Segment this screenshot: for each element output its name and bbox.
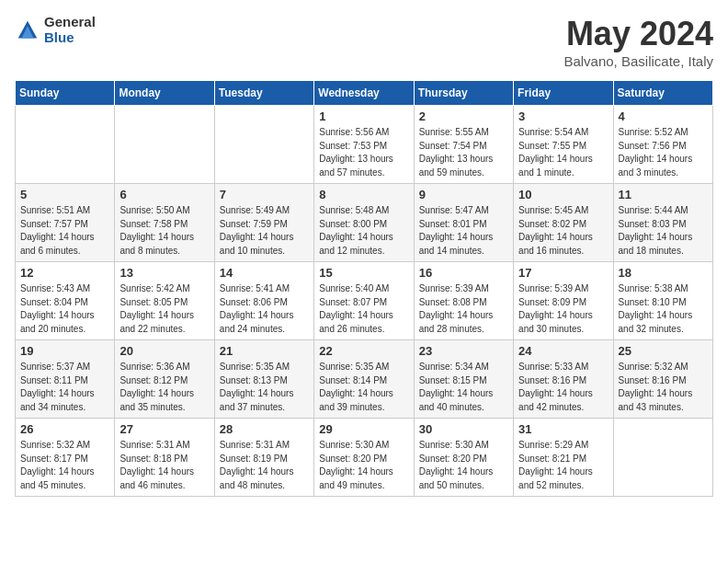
calendar-cell: 24Sunrise: 5:33 AMSunset: 8:16 PMDayligh…: [514, 340, 613, 419]
day-info: Sunrise: 5:45 AMSunset: 8:02 PMDaylight:…: [518, 204, 608, 258]
calendar-cell: 18Sunrise: 5:38 AMSunset: 8:10 PMDayligh…: [613, 262, 712, 340]
day-info: Sunrise: 5:48 AMSunset: 8:00 PMDaylight:…: [319, 204, 408, 258]
calendar-cell: 25Sunrise: 5:32 AMSunset: 8:16 PMDayligh…: [613, 340, 712, 419]
day-number: 14: [220, 266, 309, 280]
day-info: Sunrise: 5:43 AMSunset: 8:04 PMDaylight:…: [20, 282, 109, 336]
day-number: 9: [419, 188, 508, 201]
calendar-cell: 1Sunrise: 5:56 AMSunset: 7:53 PMDaylight…: [314, 106, 414, 184]
calendar-week-5: 26Sunrise: 5:32 AMSunset: 8:17 PMDayligh…: [16, 419, 713, 497]
calendar-cell: 22Sunrise: 5:35 AMSunset: 8:14 PMDayligh…: [314, 340, 414, 419]
calendar-week-4: 19Sunrise: 5:37 AMSunset: 8:11 PMDayligh…: [16, 340, 713, 419]
calendar-cell: [613, 419, 712, 497]
calendar-cell: [16, 106, 115, 184]
day-info: Sunrise: 5:37 AMSunset: 8:11 PMDaylight:…: [20, 361, 109, 414]
logo-general-text: General: [44, 15, 96, 30]
calendar-cell: 11Sunrise: 5:44 AMSunset: 8:03 PMDayligh…: [613, 184, 712, 262]
day-info: Sunrise: 5:32 AMSunset: 8:16 PMDaylight:…: [619, 361, 708, 414]
day-info: Sunrise: 5:42 AMSunset: 8:05 PMDaylight:…: [119, 282, 209, 336]
day-info: Sunrise: 5:39 AMSunset: 8:08 PMDaylight:…: [419, 282, 508, 336]
day-number: 24: [518, 344, 608, 358]
header-monday: Monday: [115, 81, 214, 106]
day-info: Sunrise: 5:54 AMSunset: 7:55 PMDaylight:…: [518, 126, 608, 179]
day-number: 21: [220, 344, 309, 358]
day-info: Sunrise: 5:30 AMSunset: 8:20 PMDaylight:…: [419, 439, 508, 492]
calendar-cell: 7Sunrise: 5:49 AMSunset: 7:59 PMDaylight…: [214, 184, 313, 262]
calendar-cell: 28Sunrise: 5:31 AMSunset: 8:19 PMDayligh…: [214, 419, 313, 497]
day-number: 27: [119, 422, 209, 436]
calendar-cell: 15Sunrise: 5:40 AMSunset: 8:07 PMDayligh…: [314, 262, 414, 340]
day-info: Sunrise: 5:30 AMSunset: 8:20 PMDaylight:…: [319, 439, 408, 492]
day-number: 10: [518, 188, 608, 201]
calendar-subtitle: Balvano, Basilicate, Italy: [563, 53, 713, 69]
calendar-cell: 19Sunrise: 5:37 AMSunset: 8:11 PMDayligh…: [16, 340, 115, 419]
logo-icon: [15, 17, 40, 43]
calendar-cell: 5Sunrise: 5:51 AMSunset: 7:57 PMDaylight…: [16, 184, 115, 262]
day-number: 25: [619, 344, 708, 358]
calendar-cell: 8Sunrise: 5:48 AMSunset: 8:00 PMDaylight…: [314, 184, 414, 262]
day-number: 17: [518, 266, 608, 280]
calendar-cell: 21Sunrise: 5:35 AMSunset: 8:13 PMDayligh…: [214, 340, 313, 419]
header-tuesday: Tuesday: [214, 81, 313, 106]
calendar-table: Sunday Monday Tuesday Wednesday Thursday…: [15, 80, 713, 497]
day-number: 11: [619, 188, 708, 201]
day-number: 16: [419, 266, 508, 280]
calendar-cell: 3Sunrise: 5:54 AMSunset: 7:55 PMDaylight…: [514, 106, 613, 184]
day-number: 29: [319, 422, 408, 436]
day-info: Sunrise: 5:39 AMSunset: 8:09 PMDaylight:…: [518, 282, 608, 336]
day-number: 19: [20, 344, 109, 358]
header-row: Sunday Monday Tuesday Wednesday Thursday…: [16, 81, 713, 106]
calendar-cell: 6Sunrise: 5:50 AMSunset: 7:58 PMDaylight…: [115, 184, 214, 262]
day-info: Sunrise: 5:51 AMSunset: 7:57 PMDaylight:…: [20, 204, 109, 258]
calendar-cell: 10Sunrise: 5:45 AMSunset: 8:02 PMDayligh…: [514, 184, 613, 262]
day-number: 23: [419, 344, 508, 358]
calendar-cell: 17Sunrise: 5:39 AMSunset: 8:09 PMDayligh…: [514, 262, 613, 340]
day-number: 18: [619, 266, 708, 280]
day-info: Sunrise: 5:35 AMSunset: 8:14 PMDaylight:…: [319, 361, 408, 414]
calendar-week-3: 12Sunrise: 5:43 AMSunset: 8:04 PMDayligh…: [16, 262, 713, 340]
page-header: General Blue May 2024 Balvano, Basilicat…: [15, 15, 713, 69]
day-info: Sunrise: 5:31 AMSunset: 8:19 PMDaylight:…: [220, 439, 309, 492]
calendar-cell: 30Sunrise: 5:30 AMSunset: 8:20 PMDayligh…: [414, 419, 513, 497]
header-wednesday: Wednesday: [314, 81, 414, 106]
calendar-cell: 12Sunrise: 5:43 AMSunset: 8:04 PMDayligh…: [16, 262, 115, 340]
day-number: 28: [220, 422, 309, 436]
calendar-title: May 2024: [563, 15, 713, 53]
calendar-week-2: 5Sunrise: 5:51 AMSunset: 7:57 PMDaylight…: [16, 184, 713, 262]
day-info: Sunrise: 5:33 AMSunset: 8:16 PMDaylight:…: [518, 361, 608, 414]
title-block: May 2024 Balvano, Basilicate, Italy: [563, 15, 713, 69]
day-info: Sunrise: 5:38 AMSunset: 8:10 PMDaylight:…: [619, 282, 708, 336]
calendar-cell: 20Sunrise: 5:36 AMSunset: 8:12 PMDayligh…: [115, 340, 214, 419]
day-info: Sunrise: 5:41 AMSunset: 8:06 PMDaylight:…: [220, 282, 309, 336]
day-info: Sunrise: 5:31 AMSunset: 8:18 PMDaylight:…: [119, 439, 209, 492]
calendar-cell: 29Sunrise: 5:30 AMSunset: 8:20 PMDayligh…: [314, 419, 414, 497]
calendar-cell: 31Sunrise: 5:29 AMSunset: 8:21 PMDayligh…: [514, 419, 613, 497]
day-info: Sunrise: 5:55 AMSunset: 7:54 PMDaylight:…: [419, 126, 508, 179]
calendar-cell: 4Sunrise: 5:52 AMSunset: 7:56 PMDaylight…: [613, 106, 712, 184]
day-number: 13: [119, 266, 209, 280]
logo-text: General Blue: [44, 15, 96, 45]
calendar-cell: 16Sunrise: 5:39 AMSunset: 8:08 PMDayligh…: [414, 262, 513, 340]
day-number: 26: [20, 422, 109, 436]
day-number: 12: [20, 266, 109, 280]
header-sunday: Sunday: [16, 81, 115, 106]
day-info: Sunrise: 5:49 AMSunset: 7:59 PMDaylight:…: [220, 204, 309, 258]
calendar-cell: 2Sunrise: 5:55 AMSunset: 7:54 PMDaylight…: [414, 106, 513, 184]
header-saturday: Saturday: [613, 81, 712, 106]
day-info: Sunrise: 5:50 AMSunset: 7:58 PMDaylight:…: [119, 204, 209, 258]
day-number: 7: [220, 188, 309, 201]
day-info: Sunrise: 5:56 AMSunset: 7:53 PMDaylight:…: [319, 126, 408, 179]
day-number: 6: [119, 188, 209, 201]
day-info: Sunrise: 5:52 AMSunset: 7:56 PMDaylight:…: [619, 126, 708, 179]
day-number: 3: [518, 109, 608, 123]
day-number: 4: [619, 109, 708, 123]
header-thursday: Thursday: [414, 81, 513, 106]
calendar-cell: 9Sunrise: 5:47 AMSunset: 8:01 PMDaylight…: [414, 184, 513, 262]
header-friday: Friday: [514, 81, 613, 106]
calendar-cell: 14Sunrise: 5:41 AMSunset: 8:06 PMDayligh…: [214, 262, 313, 340]
calendar-cell: 27Sunrise: 5:31 AMSunset: 8:18 PMDayligh…: [115, 419, 214, 497]
calendar-cell: [214, 106, 313, 184]
calendar-week-1: 1Sunrise: 5:56 AMSunset: 7:53 PMDaylight…: [16, 106, 713, 184]
calendar-cell: 23Sunrise: 5:34 AMSunset: 8:15 PMDayligh…: [414, 340, 513, 419]
day-info: Sunrise: 5:36 AMSunset: 8:12 PMDaylight:…: [119, 361, 209, 414]
day-number: 31: [518, 422, 608, 436]
